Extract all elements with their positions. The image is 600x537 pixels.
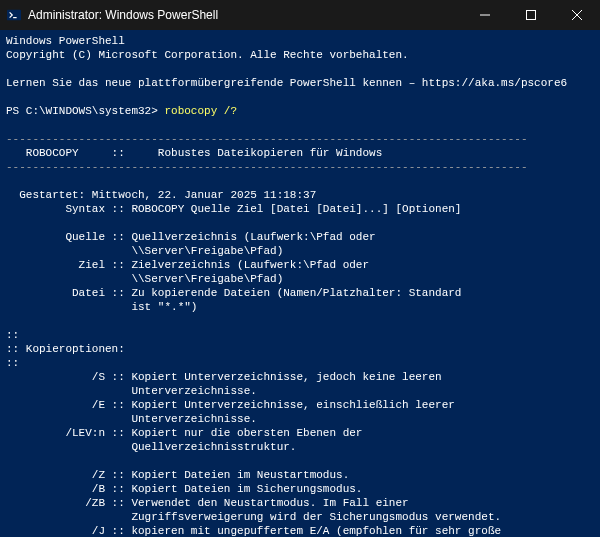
- terminal-line: /E :: Kopiert Unterverzeichnisse, einsch…: [6, 398, 594, 412]
- titlebar[interactable]: Administrator: Windows PowerShell: [0, 0, 600, 30]
- terminal-line: Copyright (C) Microsoft Corporation. All…: [6, 48, 594, 62]
- terminal-line: Quellverzeichnisstruktur.: [6, 440, 594, 454]
- svg-rect-1: [527, 11, 536, 20]
- terminal-line: \\Server\Freigabe\Pfad): [6, 244, 594, 258]
- terminal-line: Quelle :: Quellverzeichnis (Laufwerk:\Pf…: [6, 230, 594, 244]
- minimize-button[interactable]: [462, 0, 508, 30]
- terminal-line: ::: [6, 356, 594, 370]
- window-title: Administrator: Windows PowerShell: [28, 8, 462, 22]
- terminal-line: Syntax :: ROBOCOPY Quelle Ziel [Datei [D…: [6, 202, 594, 216]
- terminal-line: Lernen Sie das neue plattformübergreifen…: [6, 76, 594, 90]
- window-buttons: [462, 0, 600, 30]
- terminal-line: ist "*.*"): [6, 300, 594, 314]
- terminal-line: Windows PowerShell: [6, 34, 594, 48]
- terminal-line: /J :: kopieren mit ungepuffertem E/A (em…: [6, 524, 594, 537]
- powershell-window: Administrator: Windows PowerShell Window…: [0, 0, 600, 537]
- terminal-line: [6, 216, 594, 230]
- command-text: robocopy /?: [164, 105, 237, 117]
- terminal-line: /LEV:n :: Kopiert nur die obersten Ebene…: [6, 426, 594, 440]
- terminal-line: [6, 454, 594, 468]
- terminal-line: [6, 314, 594, 328]
- close-button[interactable]: [554, 0, 600, 30]
- prompt: PS C:\WINDOWS\system32>: [6, 105, 164, 117]
- terminal-line: [6, 62, 594, 76]
- terminal-line: /B :: Kopiert Dateien im Sicherungsmodus…: [6, 482, 594, 496]
- terminal-line: \\Server\Freigabe\Pfad): [6, 272, 594, 286]
- terminal-output[interactable]: Windows PowerShellCopyright (C) Microsof…: [0, 30, 600, 537]
- terminal-line: [6, 174, 594, 188]
- terminal-line: Unterverzeichnisse.: [6, 412, 594, 426]
- terminal-line: [6, 90, 594, 104]
- terminal-line: :: Kopieroptionen:: [6, 342, 594, 356]
- terminal-line: ::: [6, 328, 594, 342]
- terminal-line: Unterverzeichnisse.: [6, 384, 594, 398]
- terminal-line: Zugriffsverweigerung wird der Sicherungs…: [6, 510, 594, 524]
- terminal-line: ----------------------------------------…: [6, 160, 594, 174]
- terminal-line: Ziel :: Zielverzeichnis (Laufwerk:\Pfad …: [6, 258, 594, 272]
- terminal-line: ROBOCOPY :: Robustes Dateikopieren für W…: [6, 146, 594, 160]
- terminal-line: ----------------------------------------…: [6, 132, 594, 146]
- terminal-line: /S :: Kopiert Unterverzeichnisse, jedoch…: [6, 370, 594, 384]
- powershell-icon: [6, 7, 22, 23]
- terminal-line: /ZB :: Verwendet den Neustartmodus. Im F…: [6, 496, 594, 510]
- maximize-button[interactable]: [508, 0, 554, 30]
- terminal-line: Datei :: Zu kopierende Dateien (Namen/Pl…: [6, 286, 594, 300]
- terminal-line: Gestartet: Mittwoch, 22. Januar 2025 11:…: [6, 188, 594, 202]
- svg-rect-0: [7, 10, 21, 21]
- terminal-line: /Z :: Kopiert Dateien im Neustartmodus.: [6, 468, 594, 482]
- terminal-line: [6, 118, 594, 132]
- terminal-line: PS C:\WINDOWS\system32> robocopy /?: [6, 104, 594, 118]
